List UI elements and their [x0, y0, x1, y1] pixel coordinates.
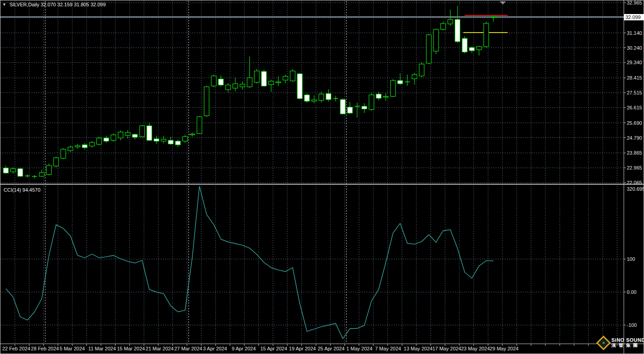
chart-window: 32.96531.14030.24029.34028.41527.51526.6… [0, 0, 644, 354]
main-chart-pane[interactable] [0, 0, 624, 184]
chart-title: ▼ SILVER,Daily 32.070 32.159 31.805 32.0… [2, 2, 106, 7]
indicator-pane[interactable] [0, 185, 624, 344]
broker-watermark: ♣ SiNO SOUND16 漢聲集團 [598, 337, 644, 349]
indicator-label: CCI(14) 94.4570 [4, 187, 40, 193]
date-axis[interactable] [0, 344, 624, 354]
current-price-tag: 32.099 [624, 14, 644, 20]
price-axis[interactable] [624, 0, 644, 344]
clover-icon: ♣ [602, 341, 605, 345]
sino-sound-logo-icon: ♣ [596, 335, 611, 350]
symbol-dropdown-icon[interactable]: ▼ [2, 2, 6, 7]
chart-title-text: SILVER,Daily 32.070 32.159 31.805 32.099 [10, 2, 106, 7]
watermark-brand-cn: 漢聲集團 [611, 342, 644, 349]
watermark-text: SiNO SOUND16 漢聲集團 [611, 337, 644, 349]
